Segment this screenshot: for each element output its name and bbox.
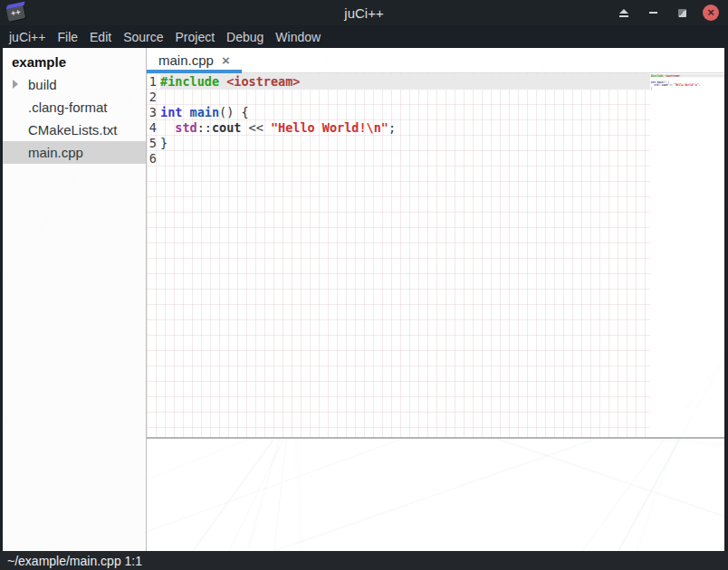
item-label: CMakeLists.txt (28, 122, 117, 138)
item-label: build (28, 77, 57, 92)
shade-button[interactable] (616, 5, 632, 21)
restore-icon (678, 9, 686, 17)
minimize-button[interactable] (645, 5, 661, 21)
code-text: #include <iostream> (160, 74, 650, 90)
tab-close-icon[interactable]: × (222, 52, 230, 68)
line-number: 3 (147, 105, 157, 120)
project-name: example (3, 51, 146, 73)
code-text (160, 90, 650, 105)
statusbar: ~/example/main.cpp 1:1 (0, 551, 728, 570)
sidebar-item-main-cpp[interactable]: main.cpp (3, 141, 146, 164)
code-editor[interactable]: 1#include <iostream>23int main() {4 std:… (147, 73, 650, 437)
titlebar: ++ juCi++ × (0, 0, 728, 25)
item-label: .clang-format (28, 100, 108, 115)
restore-button[interactable] (674, 5, 690, 21)
window-controls: × (616, 5, 728, 21)
line-number: 4 (147, 120, 157, 136)
code-text: } (160, 136, 650, 151)
code-text (160, 151, 650, 166)
sidebar-item-cmakelists-txt[interactable]: CMakeLists.txt (3, 119, 146, 141)
editor-column: main.cpp × 1#include <iostream>23int mai… (147, 48, 724, 551)
line-number: 5 (147, 136, 157, 151)
code-line-6[interactable]: 6 (147, 151, 650, 166)
code-text: int main() { (160, 105, 650, 120)
close-button[interactable]: × (703, 5, 719, 21)
line-number: 1 (147, 74, 157, 90)
output-panel[interactable] (147, 439, 724, 551)
status-file-position: ~/example/main.cpp 1:1 (7, 554, 142, 568)
line-number: 6 (147, 151, 157, 166)
sidebar-item-build[interactable]: build (3, 73, 146, 96)
minimize-icon (649, 12, 657, 14)
content-area: example build.clang-formatCMakeLists.txt… (0, 48, 728, 551)
code-line-5[interactable]: 5} (147, 136, 650, 151)
minimap[interactable]: #include <iostream>int main() { std::cou… (650, 73, 724, 437)
juci-window: ++ juCi++ × juCi++FileEditSourceProjectD… (0, 0, 728, 570)
menubar: juCi++FileEditSourceProjectDebugWindow (0, 25, 728, 48)
menu-item-window[interactable]: Window (275, 30, 321, 44)
menu-item-debug[interactable]: Debug (226, 30, 263, 44)
menu-item-source[interactable]: Source (123, 30, 163, 44)
file-tree-sidebar: example build.clang-formatCMakeLists.txt… (3, 48, 147, 551)
line-number: 2 (147, 90, 157, 105)
menu-item-project[interactable]: Project (176, 30, 216, 44)
code-text: std::cout << "Hello World!\n"; (160, 120, 650, 136)
item-label: main.cpp (28, 145, 83, 160)
code-line-2[interactable]: 2 (147, 90, 650, 105)
code-text (651, 90, 724, 94)
expander-icon[interactable] (13, 80, 18, 89)
minimap-content: #include <iostream>int main() { std::cou… (650, 73, 724, 93)
code-line-1[interactable]: 1#include <iostream> (147, 74, 650, 90)
menu-item-juci[interactable]: juCi++ (9, 30, 45, 44)
sidebar-item--clang-format[interactable]: .clang-format (3, 96, 146, 119)
shade-icon (619, 9, 628, 17)
code-line-4[interactable]: 4 std::cout << "Hello World!\n"; (147, 120, 650, 136)
tab-label: main.cpp (158, 52, 214, 68)
menu-item-file[interactable]: File (57, 30, 78, 44)
tab-main-cpp[interactable]: main.cpp × (147, 48, 242, 72)
tab-bar: main.cpp × (147, 48, 724, 73)
editor-row: 1#include <iostream>23int main() {4 std:… (147, 73, 724, 437)
code-line-3[interactable]: 3int main() { (147, 105, 650, 120)
code-line-6 (651, 90, 724, 94)
menu-item-edit[interactable]: Edit (90, 30, 111, 44)
